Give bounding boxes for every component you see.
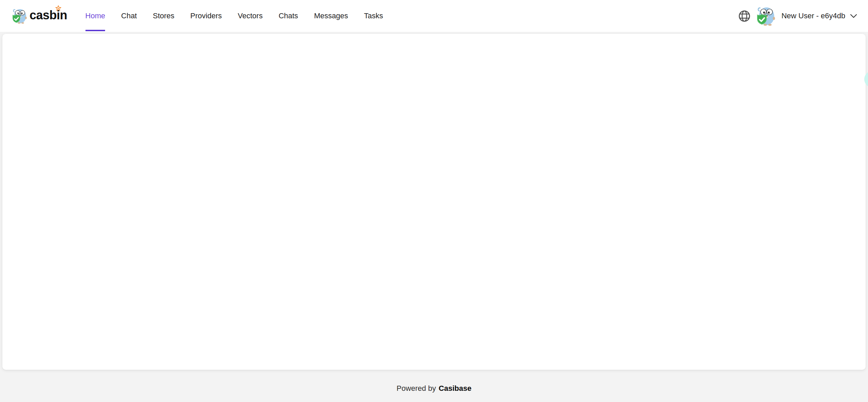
logo-text: casbin (29, 9, 67, 21)
page: casbin Home Chat Stores Providers Vector… (0, 0, 868, 402)
header-right: New User - e6y4db (738, 6, 857, 26)
user-name[interactable]: New User - e6y4db (782, 12, 845, 20)
language-selector[interactable] (738, 10, 751, 22)
user-avatar[interactable] (756, 6, 775, 26)
nav-item-chat[interactable]: Chat (121, 0, 137, 32)
user-menu-toggle[interactable] (850, 14, 857, 18)
nav-item-messages[interactable]: Messages (314, 0, 348, 32)
logo[interactable]: casbin (12, 7, 67, 24)
nav-item-chats[interactable]: Chats (279, 0, 298, 32)
nav-item-vectors[interactable]: Vectors (238, 0, 262, 32)
nav-item-providers[interactable]: Providers (190, 0, 222, 32)
nav-item-home[interactable]: Home (85, 0, 105, 32)
powered-by-text: Powered by (397, 384, 436, 393)
chevron-down-icon (850, 14, 857, 18)
content-card (2, 34, 866, 370)
star-icon (55, 5, 62, 12)
main-nav: Home Chat Stores Providers Vectors Chats… (77, 0, 391, 32)
footer: Powered by Casibase (0, 370, 868, 402)
logo-text-left: casb (29, 9, 57, 21)
casibase-brand-link[interactable]: Casibase (439, 384, 472, 393)
nav-item-stores[interactable]: Stores (153, 0, 175, 32)
header: casbin Home Chat Stores Providers Vector… (0, 0, 868, 32)
globe-icon (738, 10, 751, 22)
casbin-mascot-icon (12, 7, 27, 24)
nav-item-tasks[interactable]: Tasks (364, 0, 383, 32)
